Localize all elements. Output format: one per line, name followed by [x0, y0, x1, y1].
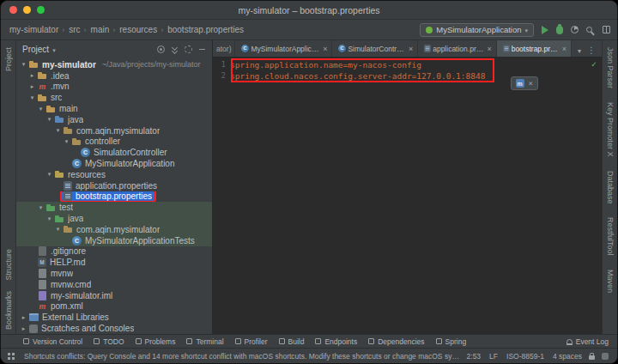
expand-icon[interactable]	[20, 325, 27, 332]
debug-button[interactable]	[556, 26, 563, 34]
tab-mysimulatorapplication-java[interactable]: MySimulatorApplication.java	[235, 40, 332, 57]
tool-stripe-button-maven[interactable]: Maven	[606, 270, 615, 293]
collapse-icon[interactable]	[63, 138, 70, 145]
tree-item-help-md[interactable]: HELP.md	[16, 257, 212, 268]
tab-list-icon[interactable]	[578, 41, 581, 57]
hide-panel-icon[interactable]	[198, 46, 206, 53]
zoom-button[interactable]	[37, 6, 45, 14]
profiler-button[interactable]	[571, 26, 579, 33]
tab-bootstrap-properties[interactable]: bootstrap.properties	[497, 40, 572, 57]
close-icon[interactable]	[529, 80, 533, 88]
locate-file-icon[interactable]	[157, 46, 165, 53]
tree-item-main[interactable]: main	[16, 103, 212, 114]
tree-item-application-properties[interactable]: application.properties	[16, 180, 212, 191]
tool-window-button-endpoints[interactable]: Endpoints	[315, 337, 357, 346]
search-everywhere-button[interactable]	[586, 27, 592, 33]
tree-item-mysimulatorapplication[interactable]: MySimulatorApplication	[16, 158, 212, 169]
tab-close-icon[interactable]	[562, 45, 566, 53]
tree-item-com-aqin-mysimulator[interactable]: com.aqin.mysimulator	[16, 125, 212, 136]
layout-button[interactable]	[603, 26, 610, 33]
tree-item-mvn[interactable]: .mvn	[16, 82, 212, 93]
maven-reload-popup[interactable]	[511, 76, 538, 90]
tree-item-controller[interactable]: controller	[16, 136, 212, 148]
collapse-icon[interactable]	[54, 127, 62, 134]
caret-position[interactable]: 2:53	[467, 352, 482, 361]
tree-item-java[interactable]: java	[16, 114, 212, 125]
expand-icon[interactable]	[28, 72, 36, 79]
tool-stripe-button-bookmarks[interactable]: Bookmarks	[4, 291, 13, 330]
breadcrumb-item[interactable]: my-simulator	[8, 25, 60, 34]
tree-item-resources[interactable]: resources	[16, 169, 212, 180]
line-separator[interactable]: LF	[489, 352, 498, 361]
tool-stripe-button-database[interactable]: Database	[606, 171, 615, 204]
code-line[interactable]: 1spring.application.name=my-nacos-config	[213, 59, 602, 70]
collapse-icon[interactable]	[37, 106, 45, 112]
breadcrumb-item[interactable]: bootstrap.properties	[159, 25, 245, 34]
run-button[interactable]	[542, 26, 548, 34]
tree-item-mvnw[interactable]: mvnw	[16, 268, 212, 279]
tool-window-button-terminal[interactable]: Terminal	[186, 337, 223, 346]
tree-item-my-simulator-iml[interactable]: my-simulator.iml	[16, 290, 212, 301]
tree-item-src[interactable]: src	[16, 92, 212, 103]
collapse-icon[interactable]	[45, 171, 53, 178]
tool-stripe-button-json-parser[interactable]: Json Parser	[606, 47, 615, 88]
file-encoding[interactable]: ISO-8859-1	[506, 352, 544, 361]
tool-window-button-problems[interactable]: Problems	[136, 337, 176, 346]
code-editor[interactable]: 1spring.application.name=my-nacos-config…	[213, 58, 602, 334]
more-options-icon[interactable]	[587, 41, 596, 57]
gear-icon[interactable]	[185, 46, 192, 53]
tree-item-bootstrap-properties[interactable]: bootstrap.properties	[16, 191, 212, 203]
collapse-all-icon[interactable]	[171, 46, 179, 53]
collapse-icon[interactable]	[45, 215, 53, 222]
collapse-icon[interactable]	[37, 204, 45, 211]
tool-window-button-todo[interactable]: TODO	[94, 337, 124, 346]
collapse-icon[interactable]	[20, 61, 27, 68]
tree-item-com-aqin-mysimulator[interactable]: com.aqin.mysimulator	[16, 224, 212, 235]
tab-close-icon[interactable]	[323, 45, 327, 53]
tree-item-pom-xml[interactable]: pom.xml	[16, 301, 212, 312]
tree-item-simulatorcontroller[interactable]: SimulatorController	[16, 147, 212, 158]
collapse-icon[interactable]	[45, 116, 53, 123]
tree-item-external-libraries[interactable]: External Libraries	[16, 312, 212, 323]
tree-item-mysimulatorapplicationtests[interactable]: MySimulatorApplicationTests	[16, 235, 212, 246]
tool-window-button-dependencies[interactable]: Dependencies	[368, 337, 424, 346]
tool-window-button-spring[interactable]: Spring	[436, 337, 467, 346]
tool-stripe-button-key-promoter-x[interactable]: Key Promoter X	[606, 102, 615, 157]
code-line[interactable]: 2spring.cloud.nacos.config.server-addr=1…	[213, 70, 602, 82]
tool-window-button-build[interactable]: Build	[279, 337, 305, 346]
title-bar[interactable]: my-simulator – bootstrap.properties	[1, 1, 617, 20]
highlighting-level-icon[interactable]	[602, 353, 609, 360]
tool-stripe-button-restfultool[interactable]: RestfulTool	[606, 217, 615, 256]
tool-window-switcher-icon[interactable]	[8, 353, 10, 355]
breadcrumb-item[interactable]: resources	[111, 25, 159, 34]
tab-simulatorcontroller-java[interactable]: SimulatorController.java	[332, 40, 418, 57]
expand-icon[interactable]	[20, 314, 27, 321]
maven-icon[interactable]	[516, 79, 524, 88]
tree-item-idea[interactable]: .idea	[16, 70, 212, 82]
tab-application-properties[interactable]: application.properties	[418, 40, 496, 57]
collapse-icon[interactable]	[28, 94, 36, 101]
collapse-icon[interactable]	[54, 226, 62, 233]
tool-stripe-button-project[interactable]: Project	[4, 47, 13, 71]
close-button[interactable]	[9, 6, 17, 14]
breadcrumb-item[interactable]: src	[60, 25, 82, 34]
breadcrumb-item[interactable]: main	[82, 25, 112, 34]
indent-widget[interactable]: 4 spaces	[553, 352, 582, 361]
tool-window-button-version-control[interactable]: Version Control	[23, 337, 82, 346]
tree-item-test[interactable]: test	[16, 202, 212, 213]
tool-stripe-button-structure[interactable]: Structure	[4, 249, 13, 281]
tree-item-scratches-and-consoles[interactable]: Scratches and Consoles	[16, 323, 212, 334]
tool-window-button-profiler[interactable]: Profiler	[235, 337, 268, 346]
run-configuration-select[interactable]: MySimulatorApplication	[420, 23, 534, 37]
project-pane-header[interactable]: Project	[16, 40, 212, 58]
tree-item-java[interactable]: java	[16, 213, 212, 224]
tab-close-icon[interactable]	[487, 45, 491, 53]
tool-window-button-event-log[interactable]: Event Log	[566, 337, 609, 346]
tree-item-my-simulator[interactable]: my-simulator~/Java/projects/my-simulator	[16, 59, 212, 70]
tab-partial[interactable]: ator)	[213, 40, 235, 57]
status-message[interactable]: Shortcuts conflicts: Query Console and 1…	[24, 352, 460, 361]
expand-icon[interactable]	[28, 83, 36, 90]
tree-item-mvnw-cmd[interactable]: mvnw.cmd	[16, 279, 212, 290]
lock-icon[interactable]	[589, 355, 595, 360]
tab-close-icon[interactable]	[409, 45, 413, 53]
